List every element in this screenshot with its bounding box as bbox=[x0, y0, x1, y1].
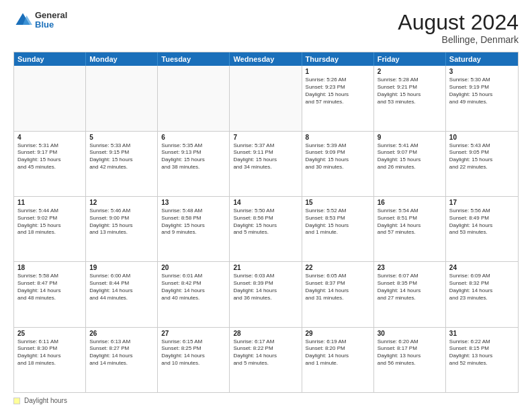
cal-cell-empty bbox=[86, 66, 158, 130]
cell-text: Sunrise: 6:20 AM Sunset: 8:17 PM Dayligh… bbox=[378, 338, 442, 367]
cell-text: Sunrise: 6:15 AM Sunset: 8:25 PM Dayligh… bbox=[161, 338, 226, 367]
calendar-week-3: 11Sunrise: 5:44 AM Sunset: 9:02 PM Dayli… bbox=[14, 196, 518, 261]
cal-cell-day-20: 20Sunrise: 6:01 AM Sunset: 8:42 PM Dayli… bbox=[158, 262, 230, 326]
cal-cell-day-17: 17Sunrise: 5:56 AM Sunset: 8:49 PM Dayli… bbox=[446, 197, 518, 261]
cal-cell-day-10: 10Sunrise: 5:43 AM Sunset: 9:05 PM Dayli… bbox=[446, 132, 518, 196]
cell-text: Sunrise: 5:41 AM Sunset: 9:07 PM Dayligh… bbox=[378, 142, 442, 171]
cal-cell-day-23: 23Sunrise: 6:07 AM Sunset: 8:35 PM Dayli… bbox=[374, 262, 446, 326]
logo-icon bbox=[13, 11, 32, 30]
cal-cell-day-15: 15Sunrise: 5:52 AM Sunset: 8:53 PM Dayli… bbox=[302, 197, 374, 261]
cell-text: Sunrise: 6:13 AM Sunset: 8:27 PM Dayligh… bbox=[89, 338, 154, 367]
day-number: 6 bbox=[161, 134, 226, 141]
day-number: 16 bbox=[378, 199, 442, 206]
calendar-body: 1Sunrise: 5:26 AM Sunset: 9:23 PM Daylig… bbox=[14, 66, 518, 392]
day-number: 2 bbox=[378, 68, 442, 75]
month-year: August 2024 bbox=[398, 11, 519, 34]
header-day-saturday: Saturday bbox=[446, 52, 518, 66]
day-number: 26 bbox=[89, 330, 154, 337]
day-number: 19 bbox=[89, 264, 154, 271]
day-number: 31 bbox=[449, 330, 515, 337]
cell-text: Sunrise: 5:28 AM Sunset: 9:21 PM Dayligh… bbox=[378, 77, 442, 105]
cell-text: Sunrise: 5:46 AM Sunset: 9:00 PM Dayligh… bbox=[89, 208, 154, 236]
cal-cell-day-1: 1Sunrise: 5:26 AM Sunset: 9:23 PM Daylig… bbox=[302, 66, 374, 130]
cell-text: Sunrise: 5:54 AM Sunset: 8:51 PM Dayligh… bbox=[378, 208, 442, 236]
cell-text: Sunrise: 6:22 AM Sunset: 8:15 PM Dayligh… bbox=[449, 338, 515, 367]
logo-text: General Blue bbox=[35, 11, 67, 30]
logo-blue: Blue bbox=[35, 20, 67, 30]
day-number: 12 bbox=[89, 199, 154, 206]
cell-text: Sunrise: 5:39 AM Sunset: 9:09 PM Dayligh… bbox=[306, 142, 370, 171]
cal-cell-day-28: 28Sunrise: 6:17 AM Sunset: 8:22 PM Dayli… bbox=[230, 328, 302, 392]
day-number: 24 bbox=[449, 264, 515, 271]
cal-cell-day-29: 29Sunrise: 6:19 AM Sunset: 8:20 PM Dayli… bbox=[302, 328, 374, 392]
title-area: August 2024 Bellinge, Denmark bbox=[398, 11, 519, 45]
calendar-week-4: 18Sunrise: 5:58 AM Sunset: 8:47 PM Dayli… bbox=[14, 261, 518, 326]
day-number: 30 bbox=[378, 330, 442, 337]
cal-cell-empty bbox=[14, 66, 86, 130]
day-number: 21 bbox=[233, 264, 298, 271]
cell-text: Sunrise: 5:58 AM Sunset: 8:47 PM Dayligh… bbox=[17, 273, 82, 302]
cal-cell-day-18: 18Sunrise: 5:58 AM Sunset: 8:47 PM Dayli… bbox=[14, 262, 86, 326]
cal-cell-day-6: 6Sunrise: 5:35 AM Sunset: 9:13 PM Daylig… bbox=[158, 132, 230, 196]
day-number: 25 bbox=[17, 330, 82, 337]
cell-text: Sunrise: 5:33 AM Sunset: 9:15 PM Dayligh… bbox=[89, 142, 154, 171]
cell-text: Sunrise: 5:43 AM Sunset: 9:05 PM Dayligh… bbox=[449, 142, 515, 171]
header-day-sunday: Sunday bbox=[14, 52, 86, 66]
cal-cell-day-7: 7Sunrise: 5:37 AM Sunset: 9:11 PM Daylig… bbox=[230, 132, 302, 196]
cell-text: Sunrise: 6:03 AM Sunset: 8:39 PM Dayligh… bbox=[233, 273, 298, 302]
cal-cell-day-21: 21Sunrise: 6:03 AM Sunset: 8:39 PM Dayli… bbox=[230, 262, 302, 326]
footer-label: Daylight hours bbox=[24, 397, 67, 404]
cell-text: Sunrise: 5:48 AM Sunset: 8:58 PM Dayligh… bbox=[161, 208, 226, 236]
day-number: 10 bbox=[449, 134, 515, 141]
calendar-week-1: 1Sunrise: 5:26 AM Sunset: 9:23 PM Daylig… bbox=[14, 66, 518, 130]
day-number: 5 bbox=[89, 134, 154, 141]
day-number: 14 bbox=[233, 199, 298, 206]
day-number: 18 bbox=[17, 264, 82, 271]
cal-cell-day-14: 14Sunrise: 5:50 AM Sunset: 8:56 PM Dayli… bbox=[230, 197, 302, 261]
cell-text: Sunrise: 6:00 AM Sunset: 8:44 PM Dayligh… bbox=[89, 273, 154, 302]
cell-text: Sunrise: 6:11 AM Sunset: 8:30 PM Dayligh… bbox=[17, 338, 82, 367]
cal-cell-day-24: 24Sunrise: 6:09 AM Sunset: 8:32 PM Dayli… bbox=[446, 262, 518, 326]
calendar: SundayMondayTuesdayWednesdayThursdayFrid… bbox=[13, 52, 519, 393]
calendar-week-2: 4Sunrise: 5:31 AM Sunset: 9:17 PM Daylig… bbox=[14, 131, 518, 196]
day-number: 27 bbox=[161, 330, 226, 337]
cal-cell-day-19: 19Sunrise: 6:00 AM Sunset: 8:44 PM Dayli… bbox=[86, 262, 158, 326]
day-number: 17 bbox=[449, 199, 515, 206]
cal-cell-day-30: 30Sunrise: 6:20 AM Sunset: 8:17 PM Dayli… bbox=[374, 328, 446, 392]
cell-text: Sunrise: 5:31 AM Sunset: 9:17 PM Dayligh… bbox=[17, 142, 82, 171]
header-day-friday: Friday bbox=[374, 52, 446, 66]
day-number: 28 bbox=[233, 330, 298, 337]
cal-cell-day-31: 31Sunrise: 6:22 AM Sunset: 8:15 PM Dayli… bbox=[446, 328, 518, 392]
cell-text: Sunrise: 6:07 AM Sunset: 8:35 PM Dayligh… bbox=[378, 273, 442, 302]
cell-text: Sunrise: 5:37 AM Sunset: 9:11 PM Dayligh… bbox=[233, 142, 298, 171]
cal-cell-day-5: 5Sunrise: 5:33 AM Sunset: 9:15 PM Daylig… bbox=[86, 132, 158, 196]
cell-text: Sunrise: 6:05 AM Sunset: 8:37 PM Dayligh… bbox=[306, 273, 370, 302]
header-day-tuesday: Tuesday bbox=[158, 52, 230, 66]
logo-general: General bbox=[35, 11, 67, 20]
cal-cell-empty bbox=[158, 66, 230, 130]
cell-text: Sunrise: 6:09 AM Sunset: 8:32 PM Dayligh… bbox=[449, 273, 515, 302]
cal-cell-day-25: 25Sunrise: 6:11 AM Sunset: 8:30 PM Dayli… bbox=[14, 328, 86, 392]
day-number: 23 bbox=[378, 264, 442, 271]
cell-text: Sunrise: 5:50 AM Sunset: 8:56 PM Dayligh… bbox=[233, 208, 298, 236]
cell-text: Sunrise: 6:17 AM Sunset: 8:22 PM Dayligh… bbox=[233, 338, 298, 367]
daylight-indicator bbox=[13, 398, 20, 404]
cell-text: Sunrise: 6:19 AM Sunset: 8:20 PM Dayligh… bbox=[306, 338, 370, 367]
cal-cell-day-22: 22Sunrise: 6:05 AM Sunset: 8:37 PM Dayli… bbox=[302, 262, 374, 326]
day-number: 22 bbox=[306, 264, 370, 271]
day-number: 1 bbox=[306, 68, 370, 75]
cell-text: Sunrise: 6:01 AM Sunset: 8:42 PM Dayligh… bbox=[161, 273, 226, 302]
header-day-monday: Monday bbox=[86, 52, 158, 66]
logo: General Blue bbox=[13, 11, 67, 30]
footer: Daylight hours bbox=[13, 397, 519, 404]
cell-text: Sunrise: 5:56 AM Sunset: 8:49 PM Dayligh… bbox=[449, 208, 515, 236]
cell-text: Sunrise: 5:26 AM Sunset: 9:23 PM Dayligh… bbox=[306, 77, 370, 105]
cal-cell-day-3: 3Sunrise: 5:30 AM Sunset: 9:19 PM Daylig… bbox=[446, 66, 518, 130]
location: Bellinge, Denmark bbox=[398, 34, 519, 45]
day-number: 8 bbox=[306, 134, 370, 141]
cal-cell-day-9: 9Sunrise: 5:41 AM Sunset: 9:07 PM Daylig… bbox=[374, 132, 446, 196]
top-bar: General Blue August 2024 Bellinge, Denma… bbox=[13, 11, 519, 45]
day-number: 11 bbox=[17, 199, 82, 206]
day-number: 9 bbox=[378, 134, 442, 141]
day-number: 20 bbox=[161, 264, 226, 271]
